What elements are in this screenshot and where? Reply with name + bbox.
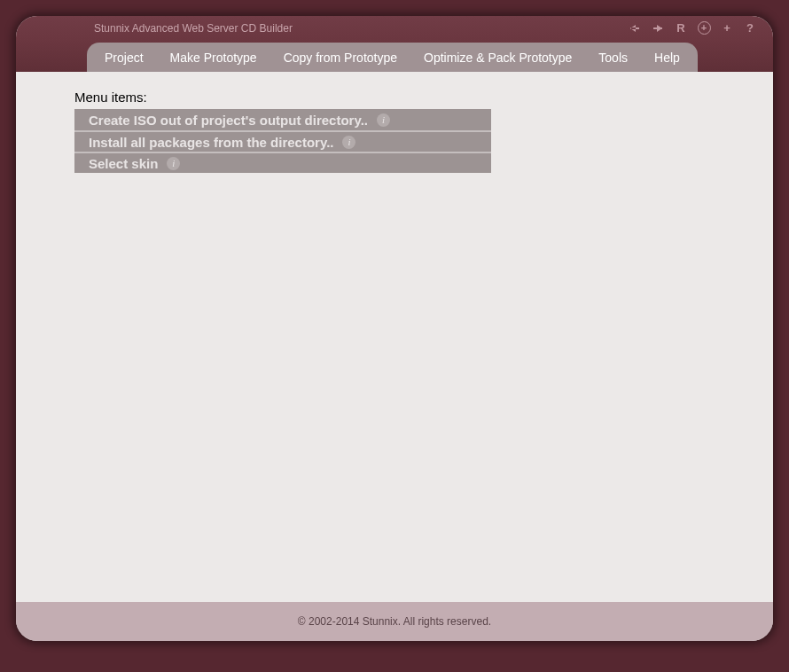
menu-make-prototype[interactable]: Make Prototype bbox=[170, 51, 257, 65]
menu-help[interactable]: Help bbox=[654, 51, 680, 65]
back-icon[interactable] bbox=[628, 21, 642, 35]
menu-row-install-packages[interactable]: Install all packages from the directory.… bbox=[74, 130, 491, 152]
menu-copy-from-prototype[interactable]: Copy from Prototype bbox=[284, 51, 397, 65]
titlebar: Stunnix Advanced Web Server CD Builder R… bbox=[16, 16, 773, 40]
menu-items-list: Create ISO out of project's output direc… bbox=[74, 109, 491, 173]
footer: © 2002-2014 Stunnix. All rights reserved… bbox=[16, 602, 773, 641]
menu-tools[interactable]: Tools bbox=[598, 51, 628, 65]
app-title: Stunnix Advanced Web Server CD Builder bbox=[94, 22, 628, 35]
forward-icon[interactable] bbox=[651, 21, 665, 35]
help-icon[interactable]: ? bbox=[743, 21, 757, 35]
info-icon[interactable]: i bbox=[167, 157, 180, 170]
app-window: Stunnix Advanced Web Server CD Builder R… bbox=[16, 16, 773, 641]
reload-icon[interactable]: R bbox=[674, 21, 688, 35]
menubar-tab: Project Make Prototype Copy from Prototy… bbox=[87, 43, 698, 72]
info-icon[interactable]: i bbox=[342, 136, 355, 149]
content-area: Menu items: Create ISO out of project's … bbox=[16, 72, 773, 602]
zoom-in-icon[interactable]: + bbox=[697, 21, 711, 35]
info-icon[interactable]: i bbox=[377, 113, 390, 127]
menu-row-create-iso[interactable]: Create ISO out of project's output direc… bbox=[74, 109, 491, 130]
outer-frame: Stunnix Advanced Web Server CD Builder R… bbox=[0, 0, 789, 672]
menu-row-select-skin[interactable]: Select skin i bbox=[74, 152, 491, 173]
menu-optimize-pack[interactable]: Optimize & Pack Prototype bbox=[424, 51, 572, 65]
footer-text: © 2002-2014 Stunnix. All rights reserved… bbox=[298, 615, 491, 628]
menu-row-label: Create ISO out of project's output direc… bbox=[89, 113, 368, 128]
menu-project[interactable]: Project bbox=[105, 51, 144, 65]
titlebar-actions: R + + ? bbox=[628, 21, 757, 35]
menubar: Project Make Prototype Copy from Prototy… bbox=[16, 40, 773, 72]
plus-icon[interactable]: + bbox=[720, 21, 734, 35]
menu-row-label: Install all packages from the directory.… bbox=[89, 135, 333, 150]
circle-plus-icon: + bbox=[698, 21, 711, 35]
menu-items-heading: Menu items: bbox=[74, 90, 773, 105]
menu-row-label: Select skin bbox=[89, 156, 158, 171]
